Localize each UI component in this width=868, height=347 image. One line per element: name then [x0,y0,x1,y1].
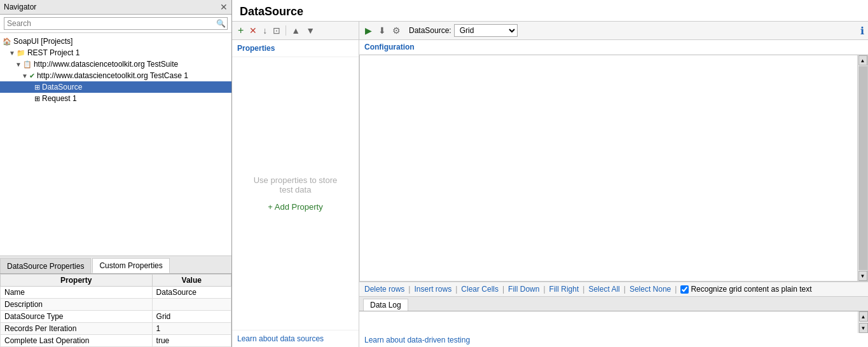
add-property-toolbar-btn[interactable]: + [236,24,245,37]
config-grid-container: ▲ ▼ Delete rows | Insert rows | Clear Ce… [359,55,868,296]
tree-item-label: http://www.datasciencetoolkit.org TestSu… [34,60,178,69]
property-value: 1 [152,323,231,335]
log-tab-btn[interactable]: Data Log [363,299,408,311]
move-down-btn[interactable]: ▼ [304,25,317,36]
tab-custom-properties[interactable]: Custom Properties [92,258,169,273]
log-scrollbar[interactable]: ▲ ▼ [858,311,868,333]
main-content: DataSource + ✕ ↓ ⊡ ▲ ▼ Properties Use pr… [232,0,868,347]
navigator-panel: Navigator ✕ 🔍 🏠 SoapUI [Projects] ▼ 📁 RE… [0,0,232,347]
datasource-icon: ⊞ [34,83,40,92]
toggle-icon: ▼ [22,72,28,79]
property-value: true [152,335,231,347]
tree-item-testcase[interactable]: ▼ ✔ http://www.datasciencetoolkit.org Te… [0,70,231,81]
config-section-label: Configuration [359,40,868,55]
tree-item-label: Request 1 [42,94,77,103]
config-pane: ▶ ⬇ ⚙ DataSource: Grid Excel File JDBC D… [359,22,868,347]
log-tab-bar: Data Log [359,297,868,311]
navigator-bottom: DataSource Properties Custom Properties … [0,255,231,347]
property-value: DataSource [152,287,231,299]
recognize-label: Recognize grid content as plain text [680,285,811,294]
home-icon: 🏠 [3,37,11,46]
table-row: Records Per Iteration 1 [1,323,231,335]
datasource-select[interactable]: Grid Excel File JDBC Directory Range [454,24,518,37]
properties-table: Property Value Name DataSource Descripti… [0,274,231,347]
tree-item-label: DataSource [42,83,82,92]
learn-data-driven-link[interactable]: Learn about data-driven testing [359,333,868,347]
property-name: Name [1,287,153,299]
property-value [152,299,231,311]
properties-section-label: Properties [232,40,359,57]
tree-item-label: http://www.datasciencetoolkit.org TestCa… [37,71,188,80]
property-name: Complete Last Operation [1,335,153,347]
close-icon[interactable]: ✕ [220,2,228,12]
navigator-search-area: 🔍 [0,15,231,33]
col-value: Value [152,275,231,287]
property-name: DataSource Type [1,311,153,323]
insert-rows-btn[interactable]: Insert rows [414,285,451,294]
properties-toolbar: + ✕ ↓ ⊡ ▲ ▼ [232,22,359,40]
folder-icon: 📁 [17,49,25,57]
property-name: Records Per Iteration [1,323,153,335]
grid-scrollbar-vertical[interactable]: ▲ ▼ [857,55,867,281]
copy-btn[interactable]: ⊡ [271,25,282,36]
log-scroll-down[interactable]: ▼ [859,323,868,333]
settings-btn[interactable]: ⚙ [390,25,403,36]
request-icon: ⊞ [34,95,40,103]
page-title: DataSource [232,0,868,22]
col-property: Property [1,275,153,287]
fill-right-btn[interactable]: Fill Right [549,285,579,294]
tree-item-label: REST Project 1 [27,48,79,57]
table-row: Name DataSource [1,287,231,299]
tab-datasource-properties[interactable]: DataSource Properties [0,258,91,273]
table-row: Complete Last Operation true [1,335,231,347]
select-all-btn[interactable]: Select All [588,285,619,294]
add-property-button[interactable]: + Add Property [268,202,322,212]
properties-empty-area: Use properties to storetest data + Add P… [232,57,359,330]
remove-property-btn[interactable]: ✕ [247,25,259,36]
recognize-checkbox[interactable] [680,285,689,294]
navigator-tree: 🏠 SoapUI [Projects] ▼ 📁 REST Project 1 ▼… [0,33,231,255]
scroll-thumb[interactable] [858,66,867,270]
table-row: DataSource Type Grid [1,311,231,323]
run-btn[interactable]: ▶ [363,25,374,36]
check-icon: ✔ [29,72,35,80]
scroll-down-arrow[interactable]: ▼ [858,271,867,281]
info-btn[interactable]: ℹ [860,25,864,37]
tree-item-datasource[interactable]: ⊞ DataSource [0,81,231,93]
config-grid[interactable]: ▲ ▼ [359,55,868,282]
toggle-icon: ▼ [15,61,22,68]
clear-cells-btn[interactable]: Clear Cells [461,285,499,294]
download-btn[interactable]: ↓ [261,25,269,36]
tree-item-label: SoapUI [Projects] [13,37,72,46]
select-none-btn[interactable]: Select None [630,285,671,294]
search-input[interactable] [4,17,228,30]
move-up-btn[interactable]: ▲ [289,25,302,36]
load-btn[interactable]: ⬇ [376,25,388,36]
tree-item-testsuite[interactable]: ▼ 📋 http://www.datasciencetoolkit.org Te… [0,58,231,70]
toolbar-separator [286,25,286,36]
navigator-title: Navigator [4,3,36,11]
table-row: Description [1,299,231,311]
empty-message: Use properties to storetest data [254,175,338,194]
tree-item-rest-project[interactable]: ▼ 📁 REST Project 1 [0,47,231,58]
config-toolbar: ▶ ⬇ ⚙ DataSource: Grid Excel File JDBC D… [359,22,868,40]
properties-pane: + ✕ ↓ ⊡ ▲ ▼ Properties Use properties to… [232,22,359,347]
main-body: + ✕ ↓ ⊡ ▲ ▼ Properties Use properties to… [232,22,868,347]
delete-rows-btn[interactable]: Delete rows [364,285,404,294]
search-icon[interactable]: 🔍 [216,19,226,28]
log-content: ▲ ▼ [359,311,868,333]
log-area: Data Log ▲ ▼ Learn about data-driven tes… [359,296,868,347]
bottom-tab-bar: DataSource Properties Custom Properties [0,256,231,274]
fill-down-btn[interactable]: Fill Down [508,285,539,294]
tree-item-request1[interactable]: ⊞ Request 1 [0,93,231,104]
log-scroll-up[interactable]: ▲ [859,311,868,322]
grid-actions-bar: Delete rows | Insert rows | Clear Cells … [359,282,868,296]
toggle-icon: ▼ [9,50,15,57]
testsuite-icon: 📋 [23,60,32,69]
recognize-text: Recognize grid content as plain text [691,285,811,294]
learn-datasources-link[interactable]: Learn about data sources [232,330,359,347]
tree-item-soapui[interactable]: 🏠 SoapUI [Projects] [0,36,231,47]
property-name: Description [1,299,153,311]
datasource-label: DataSource: [409,26,451,35]
scroll-up-arrow[interactable]: ▲ [858,55,867,65]
